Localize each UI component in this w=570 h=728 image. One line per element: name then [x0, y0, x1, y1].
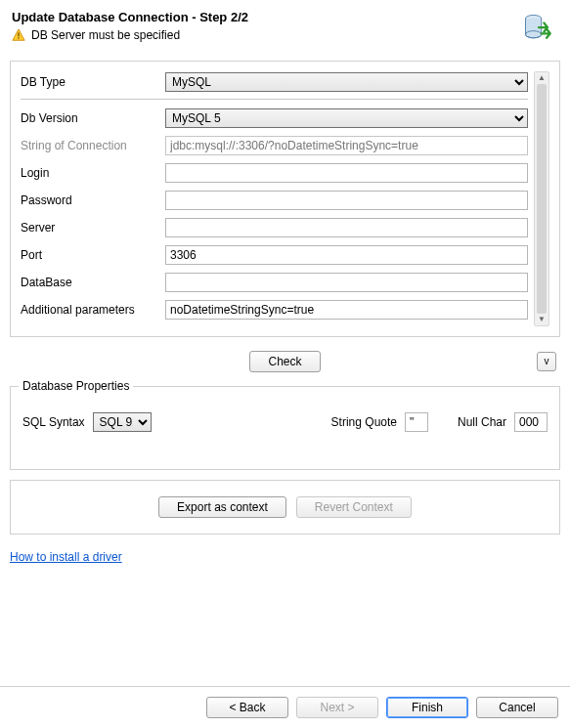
- password-field[interactable]: [165, 191, 528, 210]
- install-driver-link[interactable]: How to install a driver: [10, 550, 560, 564]
- server-field[interactable]: [165, 218, 528, 237]
- export-context-button[interactable]: Export as context: [158, 496, 286, 518]
- back-button[interactable]: < Back: [206, 697, 288, 718]
- db-version-select[interactable]: MySQL 5: [165, 108, 528, 128]
- string-quote-field[interactable]: [405, 412, 428, 432]
- server-label: Server: [21, 221, 165, 235]
- revert-context-button: Revert Context: [296, 496, 412, 518]
- db-type-label: DB Type: [21, 75, 165, 89]
- cancel-button[interactable]: Cancel: [476, 697, 558, 718]
- null-char-field[interactable]: [514, 412, 548, 432]
- login-field[interactable]: [165, 163, 528, 183]
- wizard-warning: DB Server must be specified: [12, 28, 558, 42]
- string-quote-label: String Quote: [331, 415, 397, 429]
- check-button[interactable]: Check: [249, 351, 320, 372]
- db-type-select[interactable]: MySQL: [165, 72, 528, 92]
- finish-button[interactable]: Finish: [386, 697, 468, 718]
- check-row: Check v: [10, 347, 560, 376]
- login-label: Login: [21, 166, 165, 180]
- port-field[interactable]: [165, 245, 528, 265]
- warning-text: DB Server must be specified: [31, 28, 180, 42]
- warning-icon: [12, 28, 25, 42]
- conn-string-label: String of Connection: [21, 139, 165, 152]
- scroll-up-icon: ▲: [538, 74, 546, 82]
- database-label: DataBase: [21, 276, 165, 289]
- add-params-label: Additional parameters: [21, 303, 165, 317]
- separator: [21, 99, 528, 100]
- database-wizard-icon: [521, 10, 556, 45]
- svg-rect-0: [18, 32, 19, 36]
- expand-button[interactable]: v: [537, 352, 556, 371]
- password-label: Password: [21, 193, 165, 207]
- database-field[interactable]: [165, 273, 528, 292]
- wizard-title: Update Database Connection - Step 2/2: [12, 10, 558, 24]
- sql-syntax-label: SQL Syntax: [22, 415, 85, 429]
- scroll-thumb[interactable]: [537, 84, 547, 314]
- database-properties-legend: Database Properties: [19, 379, 133, 393]
- svg-rect-1: [18, 37, 19, 38]
- port-label: Port: [21, 248, 165, 262]
- vertical-scrollbar[interactable]: ▲ ▼: [534, 71, 549, 326]
- wizard-footer: < Back Next > Finish Cancel: [0, 686, 570, 728]
- scroll-down-icon: ▼: [538, 316, 546, 323]
- null-char-label: Null Char: [458, 415, 506, 429]
- sql-syntax-select[interactable]: SQL 92: [93, 412, 152, 432]
- wizard-header: Update Database Connection - Step 2/2 DB…: [0, 0, 570, 51]
- connection-form-panel: DB Type MySQL Db Version MySQL 5 String …: [10, 61, 560, 337]
- context-panel: Export as context Revert Context: [10, 480, 560, 535]
- db-version-label: Db Version: [21, 111, 165, 125]
- add-params-field[interactable]: [165, 300, 528, 320]
- database-properties-panel: Database Properties SQL Syntax SQL 92 St…: [10, 386, 560, 470]
- next-button: Next >: [296, 697, 378, 718]
- conn-string-field: [165, 136, 528, 155]
